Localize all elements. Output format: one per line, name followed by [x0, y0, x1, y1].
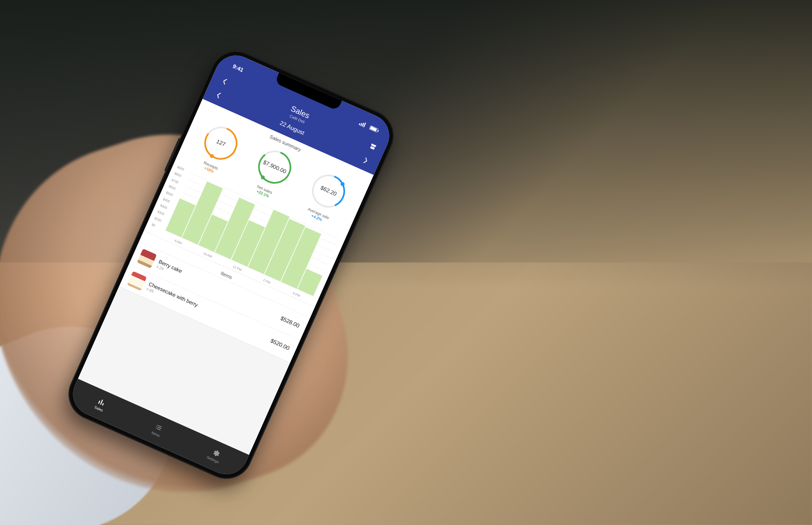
chart-y-tick: $700 [171, 178, 179, 184]
item-amount: $528.00 [279, 315, 300, 329]
wifi-icon [366, 123, 369, 129]
chart-y-tick: $500 [165, 191, 174, 197]
chart-y-tick: $800 [174, 171, 182, 178]
item-thumbnail [127, 271, 147, 291]
chart-y-tick: $400 [162, 197, 171, 203]
chart-y-tick: $0 [151, 223, 156, 227]
battery-icon [369, 125, 379, 132]
chart-y-tick: $100 [154, 216, 162, 222]
list-icon [153, 422, 164, 433]
chart-y-tick: $300 [160, 203, 168, 209]
prev-day-button[interactable] [212, 89, 225, 101]
status-time: 9:41 [232, 63, 244, 74]
bar-chart-icon [97, 397, 107, 407]
cellular-icon [359, 120, 366, 127]
chart-y-tick: $600 [168, 184, 176, 191]
gear-icon [210, 448, 221, 458]
chart-y-tick: $200 [157, 210, 165, 216]
chart-y-tick: $900 [176, 165, 184, 171]
item-amount: $520.00 [269, 338, 291, 351]
item-thumbnail [137, 249, 157, 269]
next-day-button[interactable] [359, 154, 372, 167]
